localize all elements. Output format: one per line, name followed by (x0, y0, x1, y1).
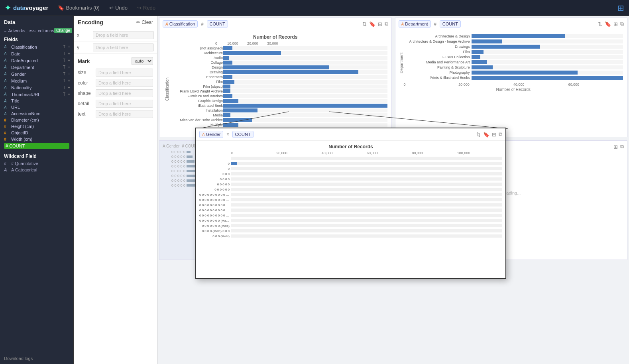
bookmark-btn[interactable]: 🔖 (483, 131, 489, 138)
bookmark-btn[interactable]: 🔖 (605, 21, 611, 27)
size-row: size Drop a field here (78, 67, 153, 78)
gender-bar-row: 0 0 0 0 (Male) 0 0 0 (199, 228, 502, 233)
field-item-date[interactable]: A Date T+ (0, 50, 73, 57)
field-item-dateacquired[interactable]: A DateAcquired T+ (0, 57, 73, 64)
bar-row: Frank Lloyd Wright Archive (171, 89, 387, 93)
copy-btn[interactable]: ⧉ (385, 21, 388, 27)
gender-bar-row: 0 0 0 (Male) (199, 234, 502, 238)
field-sort-btn[interactable]: T (62, 51, 66, 56)
bar-row: Collage (171, 61, 387, 65)
gender-count-tag: COUNT (232, 131, 254, 138)
classification-y-axis: Classification (163, 46, 171, 132)
gender-zoom-header: A Gender # COUNT ⇅ 🔖 ⊞ ⧉ (196, 128, 505, 141)
wildcard-categorical[interactable]: A A Categorical (0, 167, 73, 173)
field-item-objectid[interactable]: # ObjectID (0, 130, 73, 136)
bar-row: Illustrated Book (171, 104, 387, 108)
field-sort-btn[interactable]: T (62, 78, 66, 83)
field-item-title[interactable]: A Title (0, 98, 73, 104)
gender-field-tag: A Gender (199, 131, 223, 138)
gender-bars-list: 0 0 0 0 0 0 0 0 0 0 0 0 0 0 0 0 0 0 0 0 … (199, 156, 502, 239)
field-add-btn[interactable]: + (67, 85, 71, 90)
field-item-department[interactable]: A Department T+ (0, 64, 73, 71)
bookmark-icon: 🔖 (58, 5, 64, 11)
field-item-diameter[interactable]: # Diameter (cm) (0, 117, 73, 123)
bookmark-btn[interactable]: 🔖 (369, 21, 375, 27)
field-add-btn[interactable]: + (67, 65, 71, 70)
color-drop-zone[interactable]: Drop a field here (96, 79, 153, 87)
classification-field-tag: A Classification (163, 20, 198, 28)
field-add-btn[interactable]: + (67, 78, 71, 83)
redo-button[interactable]: ↪ Redo (137, 5, 155, 11)
gender-zoom-toolbar: ⇅ 🔖 ⊞ ⧉ (476, 131, 502, 138)
sort-btn[interactable]: ⇅ (476, 131, 481, 138)
classification-chart-header: A Classification # COUNT ⇅ 🔖 ⊞ ⧉ (159, 18, 391, 30)
table-btn[interactable]: ⊞ (492, 131, 496, 138)
bar-row: Film (171, 80, 387, 84)
logo-text: datavoyager (13, 4, 48, 11)
field-sort-btn[interactable]: T (62, 58, 66, 63)
field-item-classification[interactable]: A Classification T+ (0, 43, 73, 50)
y-drop-zone[interactable]: Drop a field here (93, 43, 154, 51)
sort-btn[interactable]: ⇅ (362, 21, 367, 27)
field-type-icon: A (4, 112, 10, 116)
bookmarks-button[interactable]: 🔖 Bookmarks (0) (58, 5, 100, 11)
copy-btn[interactable]: ⧉ (499, 131, 502, 138)
field-item-url[interactable]: A URL (0, 104, 73, 110)
x-drop-zone[interactable]: Drop a field here (93, 31, 154, 39)
sort-btn[interactable]: ⇅ (598, 21, 602, 27)
field-add-btn[interactable]: + (67, 51, 71, 56)
field-sort-btn[interactable]: T (62, 44, 66, 49)
field-type-icon: A (4, 72, 10, 76)
field-item-accessionnum[interactable]: A AccessionNum (0, 110, 73, 117)
field-hash-icon: # (4, 118, 10, 122)
bar-row: Architecture (171, 51, 387, 55)
gender-bar-row: 0 0 0 0 0 0 0 0 0 0 0 0 0 0 0 (Male) (199, 203, 502, 207)
field-item-width[interactable]: # Width (cm) (0, 136, 73, 142)
field-sort-btn[interactable]: T (62, 92, 66, 97)
undo-button[interactable]: ↩ Undo (109, 5, 128, 11)
clear-button[interactable]: ✏ Clear (136, 20, 153, 25)
mark-select[interactable]: auto bar line point (132, 57, 153, 65)
field-item-gender[interactable]: A Gender T+ (0, 71, 73, 77)
copy-btn[interactable]: ⧉ (620, 144, 624, 150)
table-btn[interactable]: ⊞ (613, 21, 618, 27)
gender-bar-row: 0 0 0 0 0 (199, 182, 502, 187)
field-sort-btn[interactable]: T (62, 65, 66, 70)
classification-chart-title: Number of Records (163, 34, 387, 40)
detail-drop-zone[interactable]: Drop a field here (96, 100, 153, 108)
field-sort-btn[interactable]: T (62, 71, 66, 77)
field-item-height[interactable]: # Height (cm) (0, 123, 73, 130)
field-add-btn[interactable]: + (67, 71, 71, 77)
field-sort-btn[interactable]: T (62, 85, 66, 90)
table-btn[interactable]: ⊞ (378, 21, 382, 27)
bar-row: Drawing (171, 70, 387, 74)
copy-btn[interactable]: ⧉ (620, 21, 624, 27)
color-row: color Drop a field here (78, 78, 153, 88)
field-type-icon: A (4, 92, 10, 96)
app-logo: ✦ datavoyager (5, 4, 48, 12)
classification-chart-content: Number of Records 0 10,000 20,000 30,000… (159, 30, 391, 136)
dept-bar-row: Photography (404, 71, 623, 75)
dept-bar-row: Film (404, 50, 623, 54)
department-chart-header: A Department # COUNT ⇅ 🔖 ⊞ ⧉ (395, 18, 627, 30)
count-field[interactable]: # COUNT (4, 143, 69, 149)
field-item-thumbnailurl[interactable]: A ThumbnailURL T+ (0, 91, 73, 98)
text-drop-zone[interactable]: Drop a field here (96, 110, 153, 118)
download-logs-link[interactable]: Download logs (0, 353, 73, 364)
mark-header: Mark auto bar line point (78, 57, 153, 65)
y-label: y (77, 45, 93, 50)
size-drop-zone[interactable]: Drop a field here (96, 69, 153, 77)
field-item-nationality[interactable]: A Nationality T+ (0, 84, 73, 91)
field-add-btn[interactable]: + (67, 44, 71, 49)
gender-bar-row: 0 (199, 161, 502, 166)
change-dataset-button[interactable]: Change (54, 28, 72, 33)
field-item-medium[interactable]: A Medium T+ (0, 77, 73, 84)
shape-drop-zone[interactable]: Drop a field here (96, 89, 153, 97)
classification-bars: (not assigned) Architecture Audio Collag… (171, 46, 387, 132)
field-add-btn[interactable]: + (67, 58, 71, 63)
fields-section-title: Fields (0, 34, 73, 43)
table-btn[interactable]: ⊞ (613, 144, 618, 150)
wildcard-quantitative[interactable]: # # Quantitative (0, 160, 73, 167)
field-add-btn[interactable]: + (67, 92, 71, 97)
main-layout: Data ≡ Artworks_less_columns Change Fiel… (0, 16, 629, 364)
